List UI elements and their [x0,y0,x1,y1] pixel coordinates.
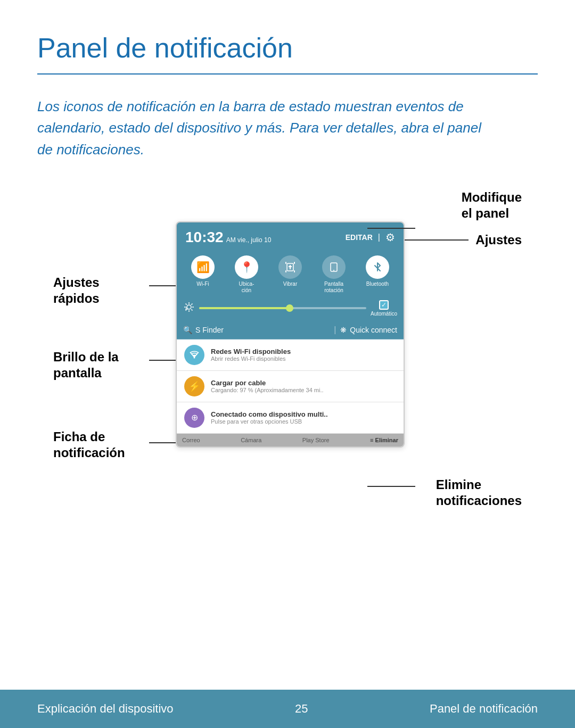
notif-wifi-title: Redes Wi-Fi disponibles [211,348,396,355]
ajustes-rapidos-line [149,285,176,286]
notif-charge-title: Cargar por cable [211,379,396,387]
quick-connect-icon: ❋ [340,326,347,334]
notif-wifi-icon [184,345,204,365]
svg-rect-3 [294,270,295,272]
annotation-brillo: Brillo de lapantalla [53,349,119,381]
search-row: 🔍 S Finder | ❋ Quick connect [177,322,404,340]
gear-icon[interactable]: ⚙ [385,231,395,244]
modifique-line [367,228,415,229]
topbar-right: EDITAR | ⚙ [346,231,395,244]
footer: Explicación del dispositivo 25 Panel de … [0,690,575,728]
qs-rotation[interactable]: Pantallarotación [322,255,346,294]
notif-charge-text: Cargar por cable Cargando: 97 % (Aproxim… [211,379,396,393]
footer-right: Panel de notificación [430,702,538,716]
footer-center: 25 [295,702,308,716]
vibrate-icon [278,255,302,279]
brightness-row: A ✓ Automático [177,297,404,322]
annotation-modifique: Modifiqueel panel [462,189,522,221]
tab-playstore[interactable]: Play Store [302,437,330,443]
notif-wifi-sub: Abrir redes Wi-Fi disponibles [211,355,396,362]
quick-settings-row: 📶 Wi-Fi 📍 Ubica-ción [177,250,404,297]
annotation-elimine: Eliminenotificaciones [436,477,522,509]
qs-bluetooth[interactable]: Bluetooth [366,255,389,294]
phone-mockup: 10:32 AM vie., julio 10 EDITAR | ⚙ 📶 Wi-… [176,221,405,448]
title-divider [37,73,538,75]
svg-rect-1 [294,262,295,264]
topbar-divider: | [378,233,380,242]
qs-bluetooth-label: Bluetooth [366,281,389,287]
time-suffix: AM vie., julio 10 [226,236,272,244]
diagram-area: 10:32 AM vie., julio 10 EDITAR | ⚙ 📶 Wi-… [37,189,538,551]
brightness-fill [199,307,291,309]
tab-camara[interactable]: Cámara [241,437,261,443]
search-divider: | [334,325,336,335]
qs-location-label: Ubica-ción [239,281,254,294]
search-icon: 🔍 [183,326,192,334]
auto-label: Automático [371,311,397,317]
time-display: 10:32 [185,229,224,246]
svg-point-19 [194,357,195,358]
notification-item-charge[interactable]: ⚡ Cargar por cable Cargando: 97 % (Aprox… [177,371,404,402]
sfinder-label: S Finder [195,326,224,334]
footer-left: Explicación del dispositivo [37,702,174,716]
qs-rotation-label: Pantallarotación [324,281,343,294]
qs-location[interactable]: 📍 Ubica-ción [235,255,258,294]
qs-vibrate-label: Vibrar [283,281,298,287]
svg-text:A: A [185,307,188,310]
quick-connect-label: Quick connect [350,326,397,334]
notif-wifi-text: Redes Wi-Fi disponibles Abrir redes Wi-F… [211,348,396,362]
brillo-line [149,360,176,361]
ficha-line [149,442,176,443]
bluetooth-icon [366,255,389,279]
svg-point-8 [333,270,334,271]
svg-line-16 [191,303,192,304]
notification-topbar: 10:32 AM vie., julio 10 EDITAR | ⚙ [177,222,404,250]
notification-item-wifi[interactable]: Redes Wi-Fi disponibles Abrir redes Wi-F… [177,340,404,371]
intro-text: Los iconos de notificación en la barra d… [37,96,500,160]
quick-connect-button[interactable]: ❋ Quick connect [340,326,397,334]
qs-vibrate[interactable]: Vibrar [278,255,302,294]
annotation-ficha: Ficha denotificación [53,429,125,461]
notif-usb-text: Conectado como dispositivo multi.. Pulse… [211,410,396,425]
location-icon: 📍 [235,255,258,279]
qs-wifi-label: Wi-Fi [196,281,209,287]
notif-usb-icon: ⊕ [184,408,204,428]
annotation-ajustes-rapidos: Ajustesrápidos [53,275,100,307]
phone-bottom-bar: Correo Cámara Play Store ≡ Eliminar [177,434,404,446]
notification-item-usb[interactable]: ⊕ Conectado como dispositivo multi.. Pul… [177,402,404,434]
qs-wifi[interactable]: 📶 Wi-Fi [191,255,215,294]
rotation-icon [322,255,346,279]
brightness-icon: A [183,301,195,316]
notif-charge-sub: Cargando: 97 % (Aproximadamente 34 mi.. [211,387,396,393]
edit-button[interactable]: EDITAR [346,233,373,242]
svg-rect-2 [285,270,286,272]
brightness-slider[interactable] [199,307,366,309]
auto-checkbox[interactable]: ✓ [379,300,389,310]
eliminate-button[interactable]: ≡ Eliminar [370,437,398,443]
sfinder-button[interactable]: 🔍 S Finder [183,326,330,334]
annotation-ajustes: Ajustes [475,232,522,248]
notification-list: Redes Wi-Fi disponibles Abrir redes Wi-F… [177,340,404,434]
main-content: Panel de notificación Los iconos de noti… [0,0,575,551]
notif-charge-icon: ⚡ [184,376,204,396]
tab-correo[interactable]: Correo [182,437,200,443]
svg-line-14 [186,303,187,304]
elimine-line [367,486,415,487]
ajustes-line [405,239,469,241]
wifi-icon: 📶 [191,255,215,279]
svg-rect-0 [285,262,286,264]
auto-brightness: ✓ Automático [371,300,397,317]
notif-usb-title: Conectado como dispositivo multi.. [211,410,396,418]
svg-line-15 [191,309,192,310]
brightness-thumb [286,304,293,312]
page-title: Panel de notificación [37,32,538,64]
notif-usb-sub: Pulse para ver otras opciones USB [211,418,396,425]
